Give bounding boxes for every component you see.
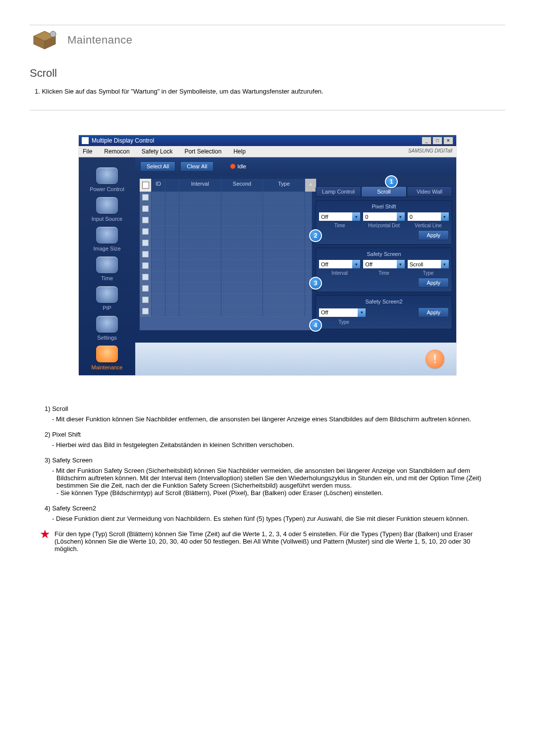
callout-2: 2 (309, 229, 322, 242)
menu-safety-lock[interactable]: Safety Lock (142, 148, 173, 155)
menu-help[interactable]: Help (233, 148, 246, 155)
sidebar-item-input[interactable]: Input Source (79, 197, 135, 222)
row-checkbox[interactable] (142, 262, 149, 269)
app-icon (82, 137, 89, 144)
close-button[interactable]: ✕ (443, 137, 453, 145)
pixel-shift-v-combo[interactable]: 0▾ (408, 212, 449, 221)
row-checkbox[interactable] (142, 297, 149, 303)
chevron-down-icon: ▾ (441, 212, 449, 221)
note-text: Für den type (Typ) Scroll (Blättern) kön… (54, 530, 495, 553)
pixel-shift-title: Pixel Shift (319, 203, 449, 209)
maintenance-sidebar-icon (96, 346, 118, 362)
tab-video-wall[interactable]: Video Wall (407, 186, 452, 197)
titlebar: Multiple Display Control _ □ ✕ (79, 135, 456, 146)
brand-label: SAMSUNG DIGITall (408, 148, 452, 153)
table-row[interactable] (140, 214, 312, 226)
minimize-button[interactable]: _ (422, 137, 431, 145)
row-checkbox[interactable] (142, 217, 149, 223)
chevron-down-icon: ▾ (441, 260, 449, 268)
tab-lamp-control[interactable]: Lamp Control (316, 186, 361, 197)
menu-port-selection[interactable]: Port Selection (184, 148, 221, 155)
safety-screen-panel: 3 Safety Screen Off▾ Off▾ Scroll▾ Interv… (316, 248, 452, 292)
input-source-icon (96, 197, 118, 214)
safety2-type-combo[interactable]: Off▾ (319, 308, 366, 317)
menu-remocon[interactable]: Remocon (104, 148, 129, 155)
pixel-shift-apply-button[interactable]: Apply (418, 230, 449, 240)
maximize-button[interactable]: □ (432, 137, 442, 145)
svg-point-3 (50, 31, 56, 37)
sidebar-item-image[interactable]: Image Size (79, 227, 135, 252)
callout-1: 1 (385, 175, 398, 188)
chevron-down-icon: ▾ (352, 212, 360, 221)
idle-indicator: Idle (230, 163, 246, 169)
col-id: ID (152, 179, 165, 192)
row-checkbox[interactable] (142, 251, 149, 257)
safety-screen2-panel: 4 Safety Screen2 Off▾ Apply Type (316, 295, 452, 329)
safety-screen-title: Safety Screen (319, 251, 449, 257)
row-checkbox[interactable] (142, 240, 149, 246)
pixel-shift-h-combo[interactable]: 0▾ (363, 212, 404, 221)
maintenance-icon (30, 25, 59, 55)
description-item: 2) Pixel ShiftHierbei wird das Bild in f… (45, 431, 490, 449)
row-checkbox[interactable] (142, 308, 149, 314)
col-interval: Interval (179, 179, 221, 192)
table-row[interactable] (140, 192, 312, 203)
table-row[interactable] (140, 260, 312, 271)
settings-icon (96, 316, 118, 333)
window-title: Multiple Display Control (92, 137, 154, 144)
description-item: 3) Safety ScreenMit der Funktion Safety … (45, 456, 490, 497)
table-row[interactable] (140, 226, 312, 237)
status-bar: ! (135, 343, 456, 375)
callout-3: 3 (309, 277, 322, 290)
info-icon: ! (426, 350, 444, 368)
col-type: Type (263, 179, 305, 192)
table-row[interactable] (140, 283, 312, 294)
sidebar-item-pip[interactable]: PIP (79, 286, 135, 311)
display-grid: ID Interval Second Type ▲ (139, 178, 313, 343)
menu-file[interactable]: File (83, 148, 92, 155)
safety-screen2-title: Safety Screen2 (319, 299, 449, 304)
row-checkbox[interactable] (142, 285, 149, 292)
row-checkbox[interactable] (142, 274, 149, 280)
section-title: Scroll (30, 67, 505, 80)
idle-dot-icon (230, 164, 235, 169)
row-checkbox[interactable] (142, 228, 149, 235)
chevron-down-icon: ▾ (397, 260, 405, 268)
menubar: File Remocon Safety Lock Port Selection … (79, 146, 456, 157)
star-icon: ★ (40, 530, 51, 538)
chevron-down-icon: ▾ (397, 212, 405, 221)
pixel-shift-panel: 2 Pixel Shift Off▾ 0▾ 0▾ TimeHorizontal … (316, 200, 452, 245)
safety-time-combo[interactable]: Off▾ (363, 260, 404, 268)
safety-screen2-apply-button[interactable]: Apply (418, 307, 449, 317)
image-size-icon (96, 227, 118, 244)
sidebar-item-maintenance[interactable]: Maintenance (79, 346, 135, 370)
table-row[interactable] (140, 271, 312, 283)
description-item: 1) ScrollMit dieser Funktion können Sie … (45, 405, 490, 423)
sidebar-item-settings[interactable]: Settings (79, 316, 135, 341)
clear-all-button[interactable]: Clear All (180, 161, 214, 171)
table-row[interactable] (140, 249, 312, 260)
step-1-text: 1. Klicken Sie auf das Symbol für "Wartu… (35, 88, 505, 95)
col-blank (165, 179, 179, 192)
table-row[interactable] (140, 294, 312, 305)
sidebar-item-time[interactable]: Time (79, 256, 135, 281)
pixel-shift-time-combo[interactable]: Off▾ (319, 212, 360, 221)
row-checkbox[interactable] (142, 205, 149, 212)
safety-type-combo[interactable]: Scroll▾ (408, 260, 449, 268)
row-checkbox[interactable] (142, 194, 149, 201)
tab-scroll[interactable]: Scroll (361, 186, 407, 197)
sidebar-item-power[interactable]: Power Control (79, 167, 135, 192)
table-row[interactable] (140, 237, 312, 249)
safety-interval-combo[interactable]: Off▾ (319, 260, 360, 268)
power-icon (96, 167, 118, 184)
app-window: Multiple Display Control _ □ ✕ File Remo… (79, 135, 456, 375)
sidebar: Power Control Input Source Image Size Ti… (79, 157, 135, 375)
description-item: 4) Safety Screen2Diese Funktion dient zu… (45, 504, 490, 522)
header-checkbox[interactable] (142, 182, 149, 189)
time-icon (96, 256, 118, 273)
select-all-button[interactable]: Select All (140, 161, 175, 171)
table-row[interactable] (140, 305, 312, 317)
chevron-down-icon: ▾ (352, 260, 360, 268)
table-row[interactable] (140, 203, 312, 214)
safety-screen-apply-button[interactable]: Apply (418, 278, 449, 288)
